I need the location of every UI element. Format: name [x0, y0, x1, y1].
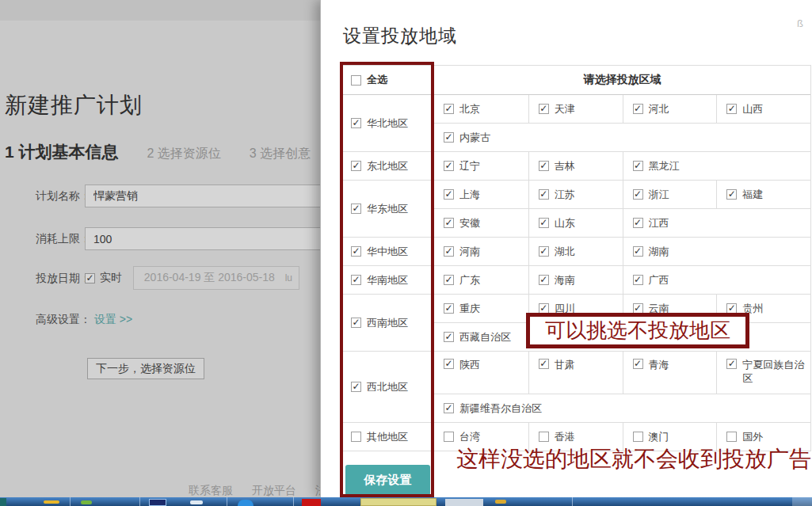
region-group-checkbox[interactable]: [351, 246, 361, 257]
province-checkbox[interactable]: [726, 189, 737, 200]
province-checkbox[interactable]: [633, 189, 643, 200]
province-cell[interactable]: 江西: [623, 209, 811, 237]
province-checkbox[interactable]: [444, 161, 454, 171]
province-checkbox[interactable]: [444, 432, 454, 442]
footer-link[interactable]: 开放平台: [252, 484, 296, 498]
province-cell[interactable]: 河北: [623, 95, 717, 123]
budget-input[interactable]: [85, 227, 346, 250]
province-cell[interactable]: 山西: [716, 95, 810, 123]
province-cell[interactable]: 浙江: [623, 181, 717, 208]
province-checkbox[interactable]: [444, 275, 454, 285]
save-settings-button[interactable]: 保存设置: [345, 465, 430, 496]
region-group-cell[interactable]: 华东地区: [341, 181, 434, 237]
region-group-checkbox[interactable]: [351, 161, 361, 171]
province-cell[interactable]: 新疆维吾尔自治区: [434, 394, 810, 422]
region-group-checkbox[interactable]: [351, 318, 361, 328]
region-group-cell[interactable]: 东北地区: [341, 152, 434, 180]
advanced-settings-link[interactable]: 设置 >>: [94, 313, 132, 325]
province-cell[interactable]: 山东: [528, 209, 623, 237]
select-all-cell[interactable]: 全选: [341, 66, 434, 94]
taskbar-active-app[interactable]: [360, 498, 436, 506]
province-checkbox[interactable]: [633, 218, 643, 228]
region-group-cell[interactable]: 其他地区: [341, 423, 434, 451]
region-group-cell[interactable]: 西南地区: [341, 295, 434, 351]
taskbar-app-icon[interactable]: [81, 500, 92, 504]
province-checkbox[interactable]: [444, 332, 454, 342]
province-checkbox[interactable]: [633, 275, 643, 285]
taskbar-app-icon[interactable]: [445, 499, 483, 506]
province-checkbox[interactable]: [726, 104, 737, 114]
taskbar-app-icon[interactable]: [302, 499, 321, 506]
footer-link[interactable]: 联系客服: [189, 484, 233, 498]
region-group-cell[interactable]: 西北地区: [341, 352, 434, 422]
province-cell[interactable]: 海南: [528, 266, 623, 294]
province-cell[interactable]: 甘肃: [528, 352, 623, 394]
province-checkbox[interactable]: [539, 359, 549, 369]
next-step-button[interactable]: 下一步，选择资源位: [87, 358, 204, 379]
province-checkbox[interactable]: [444, 218, 454, 228]
province-checkbox[interactable]: [726, 359, 737, 369]
province-checkbox[interactable]: [444, 303, 454, 314]
province-checkbox[interactable]: [633, 246, 643, 257]
province-checkbox[interactable]: [444, 189, 454, 200]
select-all-checkbox[interactable]: [351, 75, 361, 86]
province-cell[interactable]: 内蒙古: [434, 124, 810, 151]
plan-name-input[interactable]: [85, 185, 346, 207]
province-checkbox[interactable]: [444, 403, 454, 413]
province-cell[interactable]: 湖北: [528, 238, 623, 265]
province-cell[interactable]: 北京: [434, 95, 528, 123]
province-checkbox[interactable]: [539, 189, 549, 200]
province-checkbox[interactable]: [539, 246, 549, 257]
region-group-checkbox[interactable]: [351, 118, 361, 128]
province-checkbox[interactable]: [444, 132, 454, 143]
province-checkbox[interactable]: [444, 104, 454, 114]
province-label: 江苏: [555, 188, 575, 202]
region-group-cell[interactable]: 华中地区: [341, 238, 434, 265]
budget-label: 消耗上限：: [36, 232, 91, 246]
province-cell[interactable]: 吉林: [528, 152, 623, 180]
taskbar-start-edge[interactable]: [0, 498, 6, 506]
province-checkbox[interactable]: [539, 218, 549, 228]
province-cell[interactable]: 辽宁: [434, 152, 528, 180]
region-group-checkbox[interactable]: [351, 382, 361, 392]
region-group-cell[interactable]: 华南地区: [341, 266, 434, 294]
province-cell[interactable]: 重庆: [434, 295, 528, 322]
taskbar-app-icon[interactable]: [190, 500, 203, 504]
province-cell[interactable]: 青海: [623, 352, 717, 394]
realtime-checkbox[interactable]: [85, 273, 95, 283]
province-cell[interactable]: 陕西: [434, 352, 528, 394]
date-range-input[interactable]: 2016-04-19 至 2016-05-18 lu: [133, 266, 299, 290]
region-group-cell[interactable]: 华北地区: [341, 95, 434, 151]
windows-taskbar[interactable]: [0, 497, 812, 506]
province-cell[interactable]: 天津: [528, 95, 623, 123]
province-checkbox[interactable]: [539, 432, 549, 442]
province-cell[interactable]: 安徽: [434, 209, 528, 237]
province-checkbox[interactable]: [539, 161, 549, 171]
province-cell[interactable]: 湖南: [623, 238, 811, 265]
province-checkbox[interactable]: [444, 359, 454, 369]
province-cell[interactable]: 福建: [716, 181, 810, 208]
province-checkbox[interactable]: [444, 246, 454, 257]
region-group-checkbox[interactable]: [351, 275, 361, 285]
province-cell[interactable]: 上海: [434, 181, 528, 208]
province-cell[interactable]: 广东: [434, 266, 528, 294]
taskbar-app-icon[interactable]: [44, 500, 59, 504]
province-checkbox[interactable]: [539, 104, 549, 114]
province-checkbox[interactable]: [633, 104, 643, 114]
province-cell[interactable]: 宁夏回族自治区: [716, 352, 810, 394]
taskbar-app-icon[interactable]: [495, 500, 506, 504]
province-checkbox[interactable]: [539, 275, 549, 285]
taskbar-tray-area[interactable]: [792, 497, 812, 506]
province-checkbox[interactable]: [633, 359, 643, 369]
province-checkbox[interactable]: [633, 161, 643, 171]
taskbar-app-icon[interactable]: [149, 499, 166, 506]
province-checkbox[interactable]: [726, 432, 737, 442]
province-cell[interactable]: 广西: [623, 266, 811, 294]
province-cell[interactable]: 江苏: [528, 181, 623, 208]
province-cell[interactable]: 黑龙江: [623, 152, 811, 180]
province-cell[interactable]: 河南: [434, 238, 528, 265]
region-group-checkbox[interactable]: [351, 204, 361, 214]
region-group-checkbox[interactable]: [351, 432, 361, 442]
taskbar-app-icon[interactable]: [238, 500, 254, 506]
province-checkbox[interactable]: [633, 432, 643, 442]
